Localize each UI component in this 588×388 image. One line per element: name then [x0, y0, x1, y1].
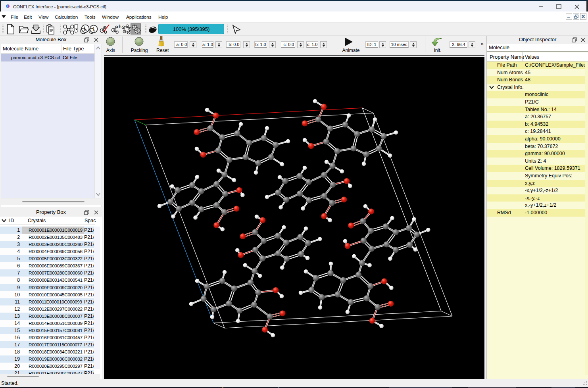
svg-text:L: L [84, 26, 87, 32]
svg-text:1: 1 [92, 26, 95, 32]
